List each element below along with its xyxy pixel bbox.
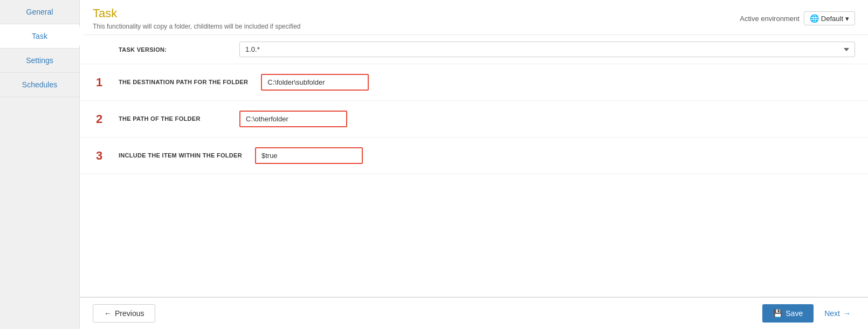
param-number-3: 3	[93, 149, 106, 163]
save-button[interactable]: 💾 Save	[762, 304, 814, 323]
sidebar-item-task[interactable]: Task	[0, 24, 79, 49]
prev-arrow-icon: ←	[104, 309, 112, 318]
previous-button[interactable]: ← Previous	[93, 304, 155, 323]
env-name: Default	[821, 15, 843, 23]
param-input-1[interactable]	[261, 74, 369, 91]
param-row-1: 1 THE DESTINATION PATH FOR THE FOLDER	[80, 64, 868, 101]
sidebar-item-schedules[interactable]: Schedules	[0, 73, 79, 97]
param-label-1: THE DESTINATION PATH FOR THE FOLDER	[119, 78, 248, 87]
next-label: Next	[824, 309, 840, 318]
chevron-down-icon: ▾	[845, 15, 849, 23]
page-title: Task	[93, 6, 301, 20]
active-env-label: Active environment	[740, 15, 800, 23]
param-row-2: 2 THE PATH OF THE FOLDER	[80, 101, 868, 138]
param-input-2[interactable]	[239, 111, 347, 127]
param-label-2: THE PATH OF THE FOLDER	[119, 114, 226, 124]
task-version-select[interactable]: 1.0.*2.0.*	[239, 42, 855, 57]
task-version-label: TASK VERSION:	[119, 46, 226, 53]
environment-selector[interactable]: 🌐 Default ▾	[804, 11, 855, 25]
header-right: Active environment 🌐 Default ▾	[740, 11, 855, 25]
param-number-2: 2	[93, 112, 106, 126]
param-number-1: 1	[93, 76, 106, 90]
sidebar: General Task Settings Schedules	[0, 0, 80, 329]
save-icon: 💾	[773, 309, 782, 318]
header-left: Task This functionality will copy a fold…	[93, 6, 301, 30]
param-input-3[interactable]	[255, 147, 363, 164]
page-subtitle: This functionality will copy a folder, c…	[93, 23, 301, 30]
save-label: Save	[786, 309, 803, 318]
footer: ← Previous 💾 Save Next →	[80, 297, 868, 329]
globe-icon: 🌐	[810, 14, 819, 23]
main-content: Task This functionality will copy a fold…	[80, 0, 868, 329]
previous-label: Previous	[115, 309, 144, 318]
footer-right: 💾 Save Next →	[762, 304, 855, 323]
task-version-row: TASK VERSION: 1.0.*2.0.*	[80, 35, 868, 64]
param-row-3: 3 INCLUDE THE ITEM WITHIN THE FOLDER	[80, 138, 868, 174]
next-arrow-icon: →	[843, 309, 851, 318]
param-label-3: INCLUDE THE ITEM WITHIN THE FOLDER	[119, 151, 242, 160]
header: Task This functionality will copy a fold…	[80, 0, 868, 35]
next-button[interactable]: Next →	[820, 305, 855, 322]
content-area: TASK VERSION: 1.0.*2.0.* 1 THE DESTINATI…	[80, 35, 868, 297]
sidebar-item-settings[interactable]: Settings	[0, 49, 79, 73]
sidebar-item-general[interactable]: General	[0, 0, 79, 24]
